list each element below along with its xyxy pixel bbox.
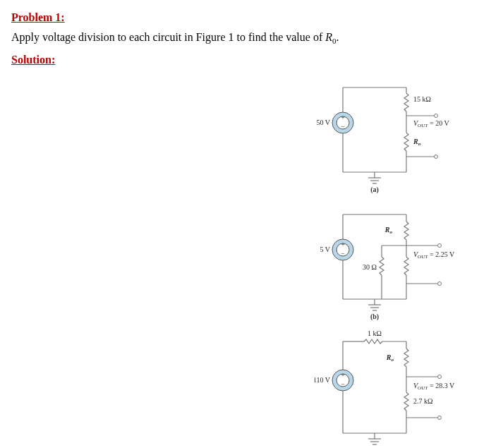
svg-text:−: −: [341, 380, 345, 388]
circuit-a-r-top: 15 kΩ: [413, 95, 431, 103]
solution-title: Solution:: [11, 54, 480, 66]
prompt-text-pre: Apply voltage division to each circuit i…: [11, 31, 325, 43]
svg-text:−: −: [341, 250, 345, 258]
circuit-a: + − 50 V 15 kΩ VOUT = 20 V Ro: [315, 73, 484, 193]
svg-text:+: +: [341, 241, 345, 248]
svg-text:+: +: [341, 371, 345, 379]
problem-title: Problem 1:: [11, 11, 480, 24]
circuit-b: + − 5 V Ro VOUT = 2.25 V 30 Ω: [315, 200, 484, 320]
circuit-a-caption: (a): [370, 186, 379, 193]
circuit-b-r-left: 30 Ω: [363, 263, 377, 271]
circuit-b-source-label: 5 V: [320, 246, 330, 253]
svg-point-11: [438, 282, 442, 286]
circuit-b-ro: Ro: [384, 226, 393, 235]
circuit-b-caption: (b): [370, 313, 379, 320]
circuit-c-ro: Ro: [386, 353, 394, 363]
prompt-var: R: [325, 31, 332, 43]
circuit-c: 1 kΩ + − 110 V Ro VOUT = 28.3 V 2.7 kΩ: [315, 327, 484, 448]
svg-point-4: [435, 114, 438, 118]
circuit-a-ro: Ro: [413, 138, 421, 147]
svg-text:+: +: [341, 114, 345, 121]
figures-area: + − 50 V 15 kΩ VOUT = 20 V Ro: [11, 73, 477, 448]
svg-point-17: [438, 416, 442, 420]
circuit-a-vout: VOUT = 20 V: [413, 119, 449, 128]
circuit-b-vout: VOUT = 2.25 V: [413, 250, 455, 260]
svg-point-5: [435, 155, 438, 159]
problem-prompt: Apply voltage division to each circuit i…: [11, 31, 480, 45]
svg-text:−: −: [341, 123, 345, 131]
circuit-a-source-label: 50 V: [316, 119, 330, 126]
circuit-c-source-label: 110 V: [315, 376, 331, 384]
circuit-c-r-out: 2.7 kΩ: [413, 397, 432, 405]
svg-point-16: [438, 375, 442, 379]
circuit-c-vout: VOUT = 28.3 V: [413, 382, 455, 391]
prompt-text-post: .: [337, 31, 339, 43]
circuit-c-r-top: 1 kΩ: [368, 329, 382, 337]
svg-point-10: [438, 244, 442, 248]
